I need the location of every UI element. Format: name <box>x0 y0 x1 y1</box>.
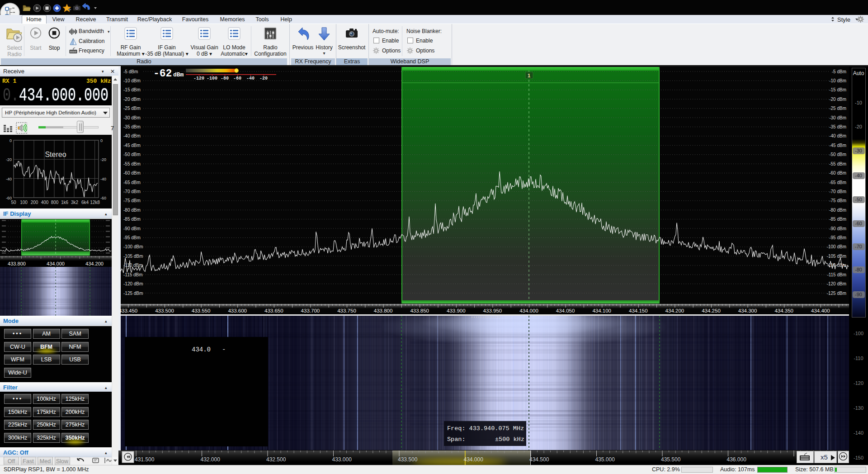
svg-text:433.900: 433.900 <box>447 308 466 313</box>
svg-text:-70 dBm: -70 dBm <box>123 189 141 194</box>
svg-text:-65 dBm: -65 dBm <box>123 180 141 185</box>
svg-text:-80 dBm: -80 dBm <box>123 208 141 213</box>
svg-text:-10 dBm: -10 dBm <box>829 78 846 83</box>
svg-text:-40: -40 <box>100 177 106 181</box>
svg-text:-20: -20 <box>259 76 268 81</box>
svg-text:434.350: 434.350 <box>774 308 793 313</box>
svg-text:-30 dBm: -30 dBm <box>123 115 141 120</box>
svg-text:-120 dBm: -120 dBm <box>827 281 846 286</box>
svg-text:-50 dBm: -50 dBm <box>123 152 141 157</box>
svg-text:-45 dBm: -45 dBm <box>123 143 141 148</box>
svg-text:-15 dBm: -15 dBm <box>123 87 141 92</box>
svg-text:434.050: 434.050 <box>556 308 575 313</box>
svg-text:3k2: 3k2 <box>71 200 79 205</box>
svg-text:-35 dBm: -35 dBm <box>123 124 141 129</box>
svg-text:434.200: 434.200 <box>85 261 104 266</box>
svg-text:-60 dBm: -60 dBm <box>123 171 141 175</box>
svg-text:433.500: 433.500 <box>155 308 174 313</box>
svg-text:434.000: 434.000 <box>519 308 538 313</box>
svg-text:dBm: dBm <box>173 71 184 78</box>
svg-text:0: 0 <box>100 138 103 143</box>
svg-text:-62: -62 <box>153 68 172 80</box>
svg-text:433.600: 433.600 <box>228 308 247 313</box>
svg-text:-75 dBm: -75 dBm <box>123 198 141 203</box>
svg-text:-: - <box>222 346 226 353</box>
svg-text:-25 dBm: -25 dBm <box>123 106 141 111</box>
svg-text:Stereo: Stereo <box>45 151 66 158</box>
svg-text:-70 dBm: -70 dBm <box>829 189 846 194</box>
svg-text:-5 dBm: -5 dBm <box>123 69 138 74</box>
svg-text:-80: -80 <box>221 76 229 81</box>
svg-text:433.800: 433.800 <box>8 261 26 266</box>
svg-text:-65 dBm: -65 dBm <box>829 180 846 185</box>
svg-text:-15 dBm: -15 dBm <box>829 87 846 92</box>
svg-text:433.850: 433.850 <box>410 308 429 313</box>
svg-text:-20 dBm: -20 dBm <box>123 97 141 102</box>
svg-text:-35 dBm: -35 dBm <box>829 124 846 129</box>
svg-text:-120: -120 <box>193 76 204 81</box>
svg-text:-40 dBm: -40 dBm <box>829 133 846 138</box>
svg-text:Freq: 433.940.075 MHz: Freq: 433.940.075 MHz <box>447 425 524 432</box>
svg-text:433.650: 433.650 <box>264 308 283 313</box>
svg-text:-120 dBm: -120 dBm <box>123 281 143 286</box>
svg-text:-55 dBm: -55 dBm <box>123 161 141 166</box>
svg-text:1k6: 1k6 <box>61 200 69 205</box>
svg-text:434.400: 434.400 <box>811 308 830 313</box>
svg-text:434.300: 434.300 <box>738 308 757 313</box>
svg-text:-10 dBm: -10 dBm <box>123 78 141 83</box>
svg-text:-75 dBm: -75 dBm <box>829 198 846 203</box>
svg-text:1: 1 <box>528 73 530 78</box>
svg-text:-40: -40 <box>246 76 255 81</box>
svg-text:-85 dBm: -85 dBm <box>829 217 846 222</box>
svg-text:433.800: 433.800 <box>374 308 393 313</box>
svg-text:433.950: 433.950 <box>483 308 502 313</box>
svg-text:-100: -100 <box>207 76 217 81</box>
svg-text:-95 dBm: -95 dBm <box>123 235 141 240</box>
svg-text:12k8: 12k8 <box>90 200 100 205</box>
svg-text:6k4: 6k4 <box>81 200 89 205</box>
svg-text:200: 200 <box>31 200 38 205</box>
svg-text:-90 dBm: -90 dBm <box>829 226 846 231</box>
svg-text:-105 dBm: -105 dBm <box>123 254 143 259</box>
svg-text:-50 dBm: -50 dBm <box>829 152 846 157</box>
svg-text:-100 dBm: -100 dBm <box>827 244 846 249</box>
svg-text:-110 dBm: -110 dBm <box>123 263 143 268</box>
svg-text:800: 800 <box>51 200 59 205</box>
svg-text:-80 dBm: -80 dBm <box>829 208 846 213</box>
svg-text:-100 dBm: -100 dBm <box>123 244 143 249</box>
svg-text:-45 dBm: -45 dBm <box>829 143 846 148</box>
svg-text:434.150: 434.150 <box>629 308 648 313</box>
svg-text:-20 dBm: -20 dBm <box>829 97 846 102</box>
svg-text:434.200: 434.200 <box>665 308 684 313</box>
svg-text:-30 dBm: -30 dBm <box>829 115 846 120</box>
svg-text:-110 dBm: -110 dBm <box>827 263 846 268</box>
svg-text:434.100: 434.100 <box>592 308 611 313</box>
svg-text:434.000: 434.000 <box>47 261 65 266</box>
svg-text:-60 dBm: -60 dBm <box>829 171 846 175</box>
svg-text:-60: -60 <box>233 76 241 81</box>
svg-text:-25 dBm: -25 dBm <box>829 106 846 111</box>
svg-text:-20: -20 <box>6 157 12 162</box>
svg-text:434.0: 434.0 <box>192 346 211 353</box>
svg-text:-20: -20 <box>100 157 106 162</box>
svg-text:Span:: Span: <box>447 436 466 443</box>
svg-text:433.550: 433.550 <box>192 308 211 313</box>
svg-text:433.450: 433.450 <box>121 308 137 313</box>
svg-text:-5 dBm: -5 dBm <box>832 69 846 74</box>
svg-text:-60: -60 <box>100 196 106 200</box>
svg-text:-105 dBm: -105 dBm <box>827 254 846 259</box>
svg-text:-40 dBm: -40 dBm <box>123 133 141 138</box>
svg-text:433.700: 433.700 <box>301 308 320 313</box>
svg-text:50: 50 <box>11 200 16 205</box>
svg-text:400: 400 <box>41 200 49 205</box>
svg-text:-115 dBm: -115 dBm <box>827 272 846 277</box>
svg-text:434.250: 434.250 <box>702 308 721 313</box>
svg-text:-85 dBm: -85 dBm <box>123 217 141 222</box>
svg-text:-55 dBm: -55 dBm <box>829 161 846 166</box>
svg-text:433.750: 433.750 <box>337 308 356 313</box>
svg-text:100: 100 <box>20 200 28 205</box>
svg-text:-125 dBm: -125 dBm <box>827 291 846 296</box>
svg-text:-115 dBm: -115 dBm <box>123 272 143 277</box>
svg-text:-95 dBm: -95 dBm <box>829 235 846 240</box>
svg-text:±500 kHz: ±500 kHz <box>495 436 524 443</box>
